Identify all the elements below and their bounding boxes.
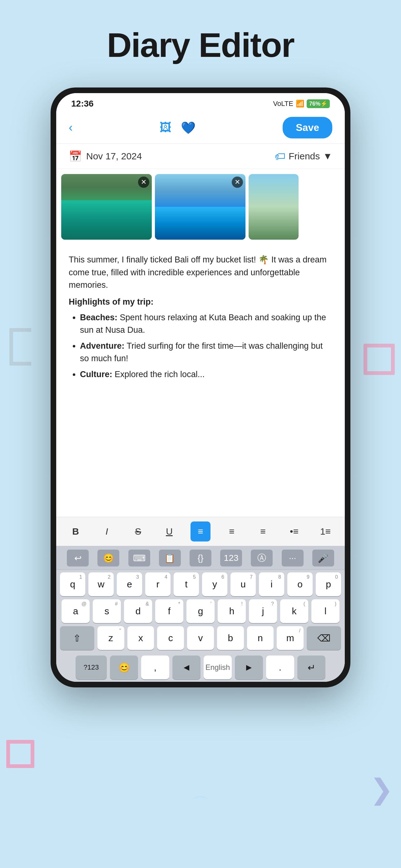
photo-3-image [248,174,299,240]
key-y[interactable]: 6y [202,572,227,596]
decorative-bracket [9,328,31,366]
key-m[interactable]: /m [277,626,304,650]
space-key[interactable]: English [204,655,232,679]
keyboard-top-row: ↩ 😊 ⌨ 📋 {} 123 Ⓐ ··· 🎤 [56,546,345,570]
date-left: 📅 Nov 17, 2024 [69,150,142,162]
key-next-lang[interactable]: ► [235,655,263,679]
signal-icon: 📶 [296,100,304,108]
keyboard-icon-mic[interactable]: 🎤 [312,550,334,566]
keyboard-icon-emoji[interactable]: 😊 [97,550,119,566]
italic-button[interactable]: I [97,522,117,541]
backspace-key[interactable]: ⌫ [307,626,341,650]
list-item: Adventure: Tried surfing for the first t… [80,340,332,365]
photo-3 [248,174,299,240]
heart-icon[interactable]: 💙 [181,121,196,135]
date-right[interactable]: 🏷 Friends ▼ [275,150,332,162]
key-d[interactable]: &d [124,599,152,623]
list-item: Beaches: Spent hours relaxing at Kuta Be… [80,311,332,337]
key-row-2: @a #s &d *f 'g !h ?j (k )l [60,599,341,623]
shift-key[interactable]: ⇧ [60,626,94,650]
key-c[interactable]: c [157,626,184,650]
key-j[interactable]: ?j [249,599,277,623]
numbered-list-button[interactable]: 1≡ [315,522,335,541]
key-p[interactable]: 0p [316,572,341,596]
key-w[interactable]: 2w [89,572,114,596]
photos-section: ✕ ✕ [56,169,345,245]
align-right-button[interactable]: ≡ [253,522,273,541]
strikethrough-button[interactable]: S [128,522,148,541]
battery-icon: 76%⚡ [307,99,330,108]
key-z[interactable]: "z [97,626,124,650]
key-r[interactable]: 4r [145,572,170,596]
diary-list: Beaches: Spent hours relaxing at Kuta Be… [69,311,332,381]
key-e[interactable]: 3e [117,572,142,596]
phone-screen: 12:36 VoLTE 📶 76%⚡ ‹ 🖼 💙 Save 📅 [56,93,345,682]
key-f[interactable]: *f [155,599,183,623]
save-button[interactable]: Save [282,117,332,138]
status-bar: 12:36 VoLTE 📶 76%⚡ [56,93,345,112]
key-u[interactable]: 7u [231,572,256,596]
decorative-square-pink-left [6,740,34,768]
key-row-3: ⇧ "z x c v b n /m ⌫ [60,626,341,650]
date-bar: 📅 Nov 17, 2024 🏷 Friends ▼ [56,144,345,169]
photo-2-close[interactable]: ✕ [232,177,243,188]
key-l[interactable]: )l [311,599,339,623]
keyboard: ↩ 😊 ⌨ 📋 {} 123 Ⓐ ··· 🎤 1q 2w 3e 4r 5t [56,546,345,682]
back-button[interactable]: ‹ [69,121,73,134]
diary-intro: This summer, I finally ticked Bali off m… [69,253,332,291]
key-o[interactable]: 9o [287,572,312,596]
bold-button[interactable]: B [66,522,86,541]
dropdown-icon: ▼ [323,151,332,161]
date-label: Nov 17, 2024 [86,151,142,161]
key-q[interactable]: 1q [60,572,85,596]
key-period[interactable]: . [266,655,294,679]
keyboard-icon-refresh[interactable]: ↩ [67,550,89,566]
key-symbols[interactable]: ?123 [75,655,107,679]
keyboard-icon-a[interactable]: Ⓐ [251,550,273,566]
keyboard-icon-more[interactable]: ··· [282,550,304,566]
key-s[interactable]: #s [93,599,121,623]
key-x[interactable]: x [127,626,154,650]
format-toolbar: B I S U ≡ ≡ ≡ •≡ 1≡ [56,517,345,546]
app-bar: ‹ 🖼 💙 Save [56,112,345,144]
phone-frame: 12:36 VoLTE 📶 76%⚡ ‹ 🖼 💙 Save 📅 [51,88,350,687]
align-left-button[interactable]: ≡ [222,522,242,541]
key-g[interactable]: 'g [187,599,214,623]
keyboard-icon-numbers[interactable]: 123 [220,550,242,566]
key-prev-lang[interactable]: ◄ [172,655,201,679]
app-bar-left: ‹ [69,121,73,134]
key-v[interactable]: v [187,626,214,650]
bullet-list-button[interactable]: •≡ [284,522,304,541]
photo-1-close[interactable]: ✕ [138,177,149,188]
key-a[interactable]: @a [62,599,90,623]
decorative-curl: ⌒ [191,793,210,818]
key-return[interactable]: ↵ [297,655,326,679]
key-emoji[interactable]: 😊 [110,655,138,679]
underline-button[interactable]: U [159,522,179,541]
key-k[interactable]: (k [280,599,308,623]
key-comma[interactable]: , [141,655,169,679]
key-t[interactable]: 5t [174,572,199,596]
photo-2: ✕ [155,174,245,240]
key-b[interactable]: b [217,626,244,650]
keyboard-icon-keyboard[interactable]: ⌨ [128,550,150,566]
content-area[interactable]: This summer, I finally ticked Bali off m… [56,245,345,517]
decorative-chevron: ❯ [370,773,393,806]
gallery-icon[interactable]: 🖼 [160,121,171,134]
decorative-square-pink-right [364,344,395,375]
app-bar-center: 🖼 💙 [160,121,196,135]
list-label-3: Culture: [80,370,112,379]
category-label: Friends [289,151,320,161]
status-time: 12:36 [71,99,94,109]
align-center-button[interactable]: ≡ [191,522,210,541]
keyboard-icon-clipboard[interactable]: 📋 [159,550,181,566]
keyboard-icon-code[interactable]: {} [190,550,211,566]
calendar-icon: 📅 [69,150,82,162]
photo-1: ✕ [61,174,152,240]
status-icons: VoLTE 📶 76%⚡ [273,99,330,108]
key-n[interactable]: n [247,626,274,650]
key-h[interactable]: !h [218,599,246,623]
key-i[interactable]: 8i [259,572,284,596]
diary-highlights-title: Highlights of my trip: [69,297,332,307]
list-text-3: Explored the rich local... [114,370,205,379]
